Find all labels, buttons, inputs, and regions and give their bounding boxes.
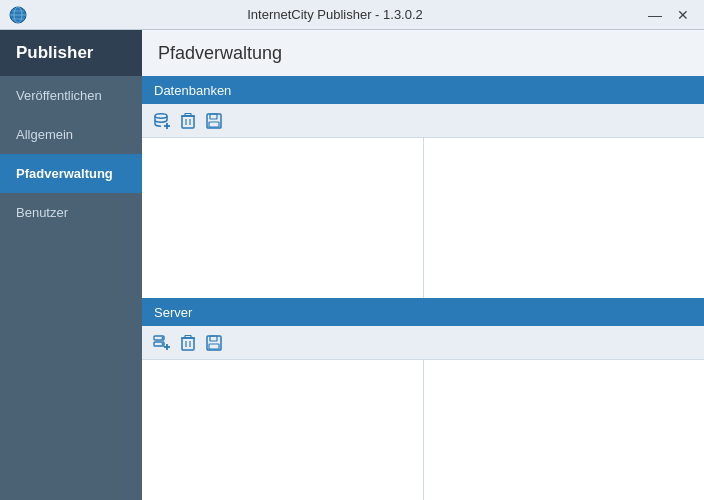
db-add-icon[interactable]: [152, 111, 172, 131]
title-bar: InternetCity Publisher - 1.3.0.2 — ✕: [0, 0, 704, 30]
sidebar-header: Publisher: [0, 30, 142, 76]
datenbanken-header: Datenbanken: [142, 76, 704, 104]
svg-rect-8: [182, 116, 194, 128]
svg-point-18: [162, 337, 164, 339]
main-layout: Publisher Veröffentlichen Allgemein Pfad…: [0, 30, 704, 500]
svg-point-5: [155, 113, 167, 117]
datenbanken-content: [142, 138, 704, 298]
window-title: InternetCity Publisher - 1.3.0.2: [28, 7, 642, 22]
datenbanken-toolbar: [142, 104, 704, 138]
svg-rect-29: [209, 344, 219, 349]
svg-rect-22: [182, 338, 194, 350]
server-section: Server: [142, 298, 704, 500]
server-right-pane: [424, 360, 705, 500]
sidebar: Publisher Veröffentlichen Allgemein Pfad…: [0, 30, 142, 500]
sidebar-item-pfadverwaltung[interactable]: Pfadverwaltung: [0, 154, 142, 193]
datenbanken-section: Datenbanken: [142, 76, 704, 298]
svg-rect-15: [209, 122, 219, 127]
db-delete-icon[interactable]: [178, 111, 198, 131]
server-left-pane: [142, 360, 424, 500]
server-add-icon[interactable]: [152, 333, 172, 353]
server-header: Server: [142, 298, 704, 326]
window-controls: — ✕: [642, 4, 696, 26]
svg-point-19: [162, 343, 164, 345]
db-save-icon[interactable]: [204, 111, 224, 131]
datenbanken-right-pane: [424, 138, 705, 298]
sidebar-item-benutzer[interactable]: Benutzer: [0, 193, 142, 232]
server-delete-icon[interactable]: [178, 333, 198, 353]
sidebar-item-allgemein[interactable]: Allgemein: [0, 115, 142, 154]
svg-rect-24: [185, 335, 191, 337]
app-globe-icon: [8, 5, 28, 25]
sidebar-item-veroeffentlichen[interactable]: Veröffentlichen: [0, 76, 142, 115]
close-button[interactable]: ✕: [670, 4, 696, 26]
svg-rect-10: [185, 113, 191, 115]
minimize-button[interactable]: —: [642, 4, 668, 26]
content-area: Pfadverwaltung Datenbanken: [142, 30, 704, 500]
server-content: [142, 360, 704, 500]
page-title: Pfadverwaltung: [142, 30, 704, 76]
server-save-icon[interactable]: [204, 333, 224, 353]
server-toolbar: [142, 326, 704, 360]
datenbanken-left-pane: [142, 138, 424, 298]
